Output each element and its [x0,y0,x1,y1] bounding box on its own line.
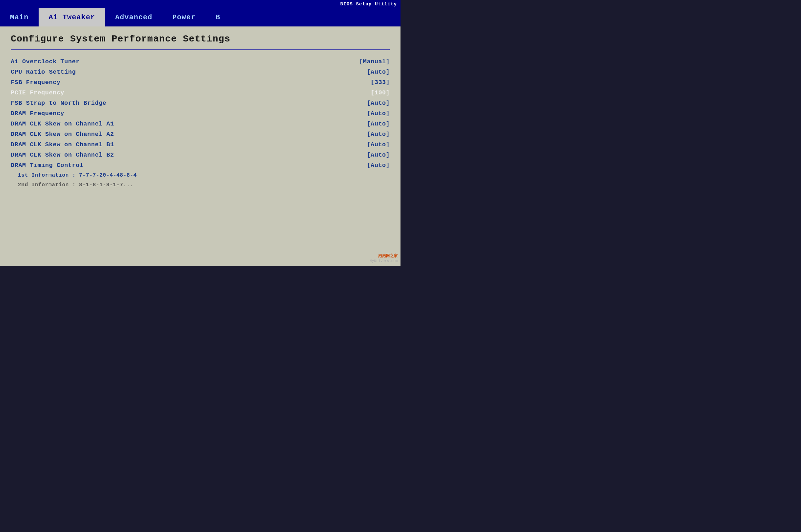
setting-value-dram-frequency: [Auto] [354,110,390,117]
setting-1st-information: 1st Information : 7-7-7-20-4-48-8-4 [11,171,390,180]
setting-cpu-ratio[interactable]: CPU Ratio Setting [Auto] [11,67,390,77]
tab-power[interactable]: Power [162,8,206,26]
setting-dram-clk-a2[interactable]: DRAM CLK Skew on Channel A2 [Auto] [11,129,390,139]
setting-label-dram-clk-b2: DRAM CLK Skew on Channel B2 [11,152,114,158]
setting-value-dram-clk-a1: [Auto] [354,120,390,127]
setting-dram-clk-b1[interactable]: DRAM CLK Skew on Channel B1 [Auto] [11,139,390,150]
bios-header-bar: BIOS Setup Utility [0,0,400,8]
setting-dram-timing-control[interactable]: DRAM Timing Control [Auto] [11,160,390,171]
setting-label-dram-clk-a2: DRAM CLK Skew on Channel A2 [11,131,114,138]
tab-boot[interactable]: B [206,8,230,26]
setting-value-dram-clk-b1: [Auto] [354,141,390,148]
setting-value-dram-clk-b2: [Auto] [354,152,390,158]
setting-value-pcie-frequency: [100] [354,89,390,96]
tab-ai-tweaker[interactable]: Ai Tweaker [39,8,105,26]
setting-pcie-frequency[interactable]: PCIE Frequency [100] [11,88,390,98]
setting-fsb-strap[interactable]: FSB Strap to North Bridge [Auto] [11,98,390,108]
setting-label-cpu-ratio: CPU Ratio Setting [11,69,76,75]
setting-label-pcie-frequency: PCIE Frequency [11,89,64,96]
nav-tabs: Main Ai Tweaker Advanced Power B [0,8,400,26]
settings-list: Ai Overclock Tuner [Manual] CPU Ratio Se… [11,56,390,190]
setting-dram-frequency[interactable]: DRAM Frequency [Auto] [11,108,390,119]
setting-2nd-information: 2nd Information : 8-1-8-1-8-1-7... [11,180,390,190]
watermark-logo2: MyDrivers.com [370,259,398,263]
setting-fsb-frequency[interactable]: FSB Frequency [333] [11,77,390,88]
setting-label-dram-clk-a1: DRAM CLK Skew on Channel A1 [11,120,114,127]
setting-value-fsb-strap: [Auto] [354,100,390,107]
setting-label-fsb-strap: FSB Strap to North Bridge [11,100,107,107]
setting-label-dram-clk-b1: DRAM CLK Skew on Channel B1 [11,141,114,148]
setting-dram-clk-a1[interactable]: DRAM CLK Skew on Channel A1 [Auto] [11,119,390,129]
watermark-logo1: 泡泡网之家 [378,253,398,258]
setting-label-fsb-frequency: FSB Frequency [11,79,60,86]
divider [11,49,390,50]
setting-value-dram-timing-control: [Auto] [354,162,390,169]
setting-value-dram-clk-a2: [Auto] [354,131,390,138]
setting-label-1st-info: 1st Information : 7-7-7-20-4-48-8-4 [11,172,137,178]
setting-value-ai-overclock-tuner: [Manual] [354,58,390,65]
setting-label-ai-overclock-tuner: Ai Overclock Tuner [11,58,80,65]
main-content: Configure System Performance Settings Ai… [0,26,400,266]
setting-ai-overclock-tuner[interactable]: Ai Overclock Tuner [Manual] [11,56,390,67]
bios-brand: BIOS Setup Utility [340,1,397,7]
setting-label-2nd-info: 2nd Information : 8-1-8-1-8-1-7... [11,182,133,188]
setting-value-fsb-frequency: [333] [354,79,390,86]
tab-main[interactable]: Main [0,8,39,26]
page-title: Configure System Performance Settings [11,34,390,44]
watermark: 泡泡网之家 MyDrivers.com [370,253,398,263]
setting-label-dram-timing-control: DRAM Timing Control [11,162,83,169]
setting-dram-clk-b2[interactable]: DRAM CLK Skew on Channel B2 [Auto] [11,150,390,160]
setting-value-cpu-ratio: [Auto] [354,69,390,75]
setting-label-dram-frequency: DRAM Frequency [11,110,64,117]
tab-advanced[interactable]: Advanced [105,8,162,26]
